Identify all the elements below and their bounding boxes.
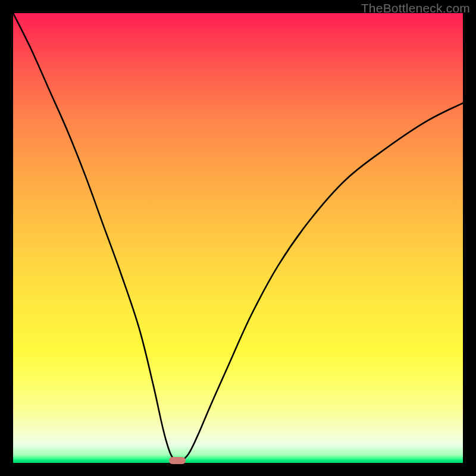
minimum-marker <box>169 457 186 464</box>
curve-path <box>13 13 463 463</box>
bottleneck-curve <box>13 13 463 463</box>
watermark-text: TheBottleneck.com <box>361 1 470 15</box>
